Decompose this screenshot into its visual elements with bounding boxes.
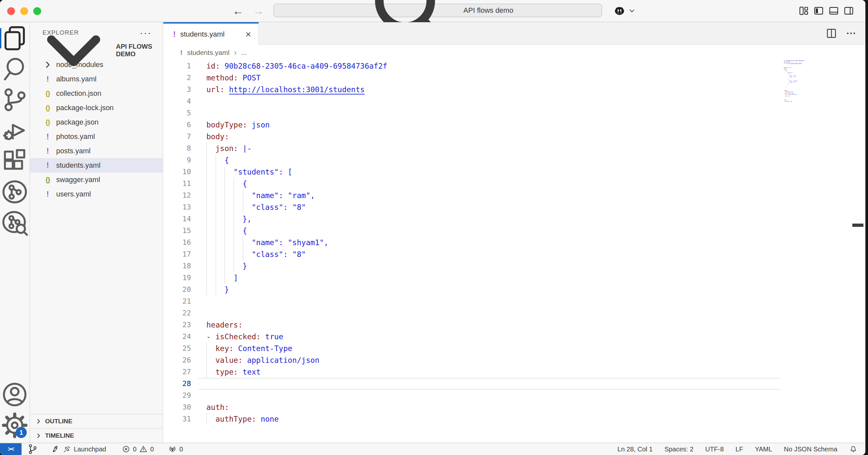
copilot-menu[interactable] (613, 0, 636, 22)
code-token: } (207, 285, 229, 294)
code-text[interactable]: ] (191, 272, 865, 284)
tab-students-yaml[interactable]: ! students.yaml × (163, 22, 259, 45)
minimize-button[interactable] (20, 7, 28, 15)
encoding[interactable]: UTF-8 (705, 446, 724, 453)
close-icon[interactable]: × (245, 29, 251, 40)
extensions-icon[interactable] (0, 146, 29, 176)
code-area[interactable]: 1id: 90b28c68-2305-46ca-a409-69584736af2… (163, 60, 865, 443)
launchpad-item[interactable]: Launchpad (52, 443, 106, 455)
code-text[interactable] (191, 307, 865, 319)
language-mode[interactable]: YAML (755, 446, 772, 453)
file-row-students-yaml[interactable]: !students.yaml (30, 158, 163, 173)
code-token: http://localhost:3001/students (229, 85, 365, 94)
more-actions-icon[interactable]: ··· (140, 31, 152, 34)
code-token: url: (207, 85, 224, 94)
command-center-search[interactable]: API flows demo (273, 4, 602, 17)
code-text[interactable]: { (191, 225, 865, 237)
line-number: 19 (163, 272, 191, 284)
code-text[interactable]: "name": "ram", (191, 190, 865, 201)
toggle-panel-icon[interactable] (829, 6, 839, 16)
bell-icon[interactable] (849, 445, 858, 453)
code-token (207, 344, 216, 353)
code-text[interactable]: id: 90b28c68-2305-46ca-a409-69584736af2f (191, 60, 865, 72)
code-text[interactable]: json: |- (191, 143, 865, 154)
code-token: authType: (216, 415, 256, 423)
code-text[interactable]: "class": "8" (191, 249, 865, 260)
code-text[interactable]: - isChecked: true (191, 331, 865, 343)
search-icon[interactable] (0, 54, 29, 84)
code-text[interactable] (191, 95, 865, 107)
code-text[interactable] (191, 378, 865, 390)
workspace-root-row[interactable]: API FLOWS DEMO (30, 43, 163, 58)
code-text[interactable]: "students": [ (191, 166, 865, 178)
file-row-albums-yaml[interactable]: !albums.yaml (30, 72, 163, 86)
problems-item[interactable]: 00 (122, 443, 154, 455)
code-text[interactable]: headers: (191, 319, 865, 331)
code-text[interactable]: authType: none (191, 413, 865, 425)
split-editor-icon[interactable] (826, 28, 837, 38)
back-button[interactable]: ← (232, 5, 244, 17)
run-debug-icon[interactable] (0, 115, 29, 146)
settings-gear-icon[interactable]: 1 (0, 410, 29, 440)
json-file-icon: {} (43, 176, 52, 184)
code-text[interactable]: url: http://localhost:3001/students (191, 84, 865, 95)
code-text[interactable]: method: POST (191, 72, 865, 84)
code-text[interactable]: { (191, 178, 865, 190)
code-text[interactable]: "class": "8" (191, 201, 865, 213)
git-graph-icon[interactable] (27, 443, 38, 455)
more-actions-icon[interactable] (846, 28, 856, 38)
ports-item[interactable]: 0 (168, 443, 183, 455)
customize-layout-icon[interactable] (799, 6, 809, 16)
forward-button[interactable]: → (253, 5, 264, 17)
indentation[interactable]: Spaces: 2 (664, 446, 693, 453)
code-text[interactable]: } (191, 284, 865, 295)
breadcrumb-symbol[interactable]: ... (241, 49, 247, 57)
files-icon[interactable] (0, 23, 29, 54)
remote-indicator[interactable]: >< (0, 443, 22, 455)
breadcrumb-file[interactable]: students.yaml (187, 49, 229, 57)
source-control-icon[interactable] (0, 84, 29, 115)
code-text[interactable] (191, 295, 865, 307)
api-collection-icon[interactable] (0, 176, 29, 207)
eol[interactable]: LF (736, 446, 743, 453)
code-text[interactable]: { (191, 154, 865, 166)
file-row-users-yaml[interactable]: !users.yaml (30, 187, 163, 201)
breadcrumb-separator: › (234, 48, 237, 57)
section-timeline[interactable]: TIMELINE (30, 428, 163, 443)
code-text[interactable]: "name": "shyam1", (191, 237, 865, 249)
file-row-package-json[interactable]: {}package.json (30, 115, 163, 130)
section-outline[interactable]: OUTLINE (30, 414, 163, 428)
code-text[interactable]: body: (191, 131, 865, 143)
code-text[interactable]: type: text (191, 366, 865, 378)
code-text[interactable]: value: application/json (191, 354, 865, 366)
close-button[interactable] (7, 7, 15, 15)
file-row-package-lock-json[interactable]: {}package-lock.json (30, 101, 163, 115)
code-text[interactable] (191, 107, 865, 119)
code-text[interactable]: auth: (191, 401, 865, 413)
indent-guide (224, 260, 225, 272)
toggle-primary-sidebar-icon[interactable] (814, 6, 824, 16)
breadcrumb[interactable]: ! students.yaml › ... (163, 45, 865, 60)
line-number: 13 (163, 201, 191, 213)
file-row-posts-yaml[interactable]: !posts.yaml (30, 144, 163, 158)
file-label: users.yaml (56, 190, 91, 198)
code-line: 13 "class": "8" (163, 201, 865, 213)
code-token: authType: (785, 101, 789, 102)
code-text[interactable]: }, (191, 213, 865, 225)
code-text[interactable] (191, 390, 865, 401)
cursor-position[interactable]: Ln 28, Col 1 (618, 446, 653, 453)
code-text[interactable]: bodyType: json (191, 119, 865, 131)
code-text[interactable]: } (191, 260, 865, 272)
file-row-node_modules[interactable]: node_modules (30, 58, 163, 72)
toggle-secondary-sidebar-icon[interactable] (844, 6, 854, 16)
api-history-icon[interactable] (0, 207, 29, 238)
file-row-collection-json[interactable]: {}collection.json (30, 86, 163, 101)
file-row-photos-yaml[interactable]: !photos.yaml (30, 130, 163, 144)
minimap[interactable]: id: 90b28c68-2305-46ca-a409-69584736af2f… (782, 60, 818, 139)
file-label: collection.json (56, 89, 101, 98)
file-row-swagger-yaml[interactable]: {}swagger.yaml (30, 173, 163, 187)
code-text[interactable]: key: Content-Type (191, 343, 865, 354)
account-icon[interactable] (0, 379, 29, 410)
zoom-button[interactable] (33, 7, 41, 15)
json-schema[interactable]: No JSON Schema (784, 446, 837, 453)
